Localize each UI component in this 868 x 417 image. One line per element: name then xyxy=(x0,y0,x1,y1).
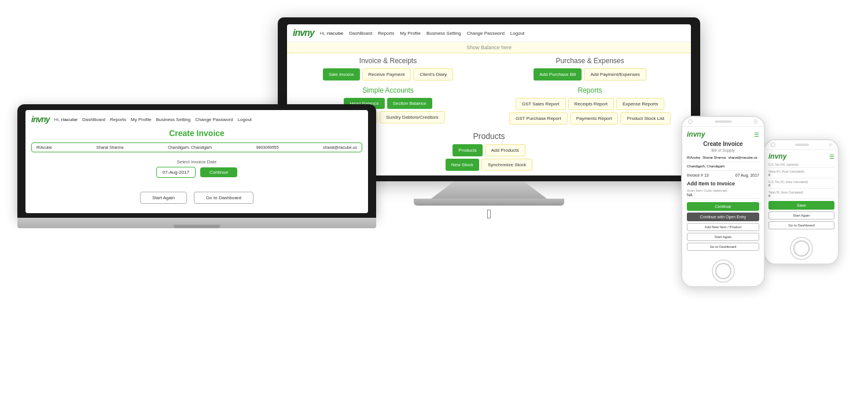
phone-client-name: RIAcube xyxy=(687,156,700,159)
nav-logout[interactable]: Logout xyxy=(510,31,524,36)
laptop-footer-buttons: Start Again Go to Dashboard xyxy=(31,192,362,204)
clients-diary-btn[interactable]: Client's Diary xyxy=(413,68,453,81)
phone-client-email: sharat@riacube.us xyxy=(728,156,757,159)
laptop-nav-change-password[interactable]: Change Password xyxy=(195,117,233,122)
nav-change-password[interactable]: Change Password xyxy=(466,31,504,36)
phone-go-dashboard-btn[interactable]: Go to Dashboard xyxy=(687,243,759,251)
client-name: RIAcube xyxy=(36,145,52,149)
phone-left-nav: invny ☰ xyxy=(687,130,759,138)
invoice-label: Invoice xyxy=(197,129,225,138)
phone-home-button[interactable] xyxy=(712,259,735,283)
phone-right-field-2: G.S. Tax (₹): (Auto Calculated) 0 xyxy=(768,180,834,189)
phone-right-hamburger[interactable]: ☰ xyxy=(829,153,834,160)
reports-btn-row-1: GST Sales Report Receipts Report Expense… xyxy=(495,98,685,110)
expense-reports-btn[interactable]: Expense Reports xyxy=(616,98,664,110)
phone-client-row: RIAcube Sharat Sharma sharat@riacube.us xyxy=(687,156,759,162)
laptop-nav-business-setting[interactable]: Business Setting xyxy=(156,117,191,122)
purchase-expenses-section: Purchase & Expenses Add Purchase Bill Ad… xyxy=(495,57,685,83)
reports-title: Reports xyxy=(495,86,685,94)
laptop-greeting: Hi, riacube xyxy=(54,117,78,122)
sale-invoice-btn[interactable]: Sale Invoice xyxy=(323,68,360,81)
phone-continue-btn[interactable]: Continue xyxy=(687,202,759,211)
client-location: Chandigarh, Chandigarh xyxy=(168,145,212,149)
continue-button[interactable]: Continue xyxy=(200,167,237,177)
phone-add-new-btn[interactable]: Add New Item / Product xyxy=(687,223,759,231)
invoice-receipts-title: Invoice & Receipts xyxy=(293,57,483,65)
nav-business-setting[interactable]: Business Setting xyxy=(426,31,461,36)
add-products-btn[interactable]: Add Products xyxy=(485,144,525,156)
desktop-greeting: Hi, riacube xyxy=(320,31,343,36)
phone-right-field-1: Value (₹): (Auto Calculated) 0 xyxy=(768,170,834,178)
product-stock-list-btn[interactable]: Product Stock List xyxy=(620,112,670,125)
phone-add-item-title: Add Item to Invoice xyxy=(687,181,759,186)
nav-dashboard[interactable]: DashBoard xyxy=(349,31,372,36)
phone-right-outer: invny ☰ G.S. Tax (%): (optional) Value (… xyxy=(764,139,839,265)
phone-invoice-date: 07 Aug. 2017 xyxy=(735,173,759,177)
date-input-row: 07-Aug-2017 Continue xyxy=(31,167,362,178)
phone-right: invny ☰ G.S. Tax (%): (optional) Value (… xyxy=(764,139,839,265)
laptop-nav-reports[interactable]: Reports xyxy=(110,117,126,122)
phone-sensor xyxy=(753,119,758,124)
desktop-main-sections: Invoice & Receipts Sale Invoice Receive … xyxy=(287,53,691,86)
synchronize-stock-btn[interactable]: Synchronize Stock xyxy=(481,159,532,171)
client-phone: 9803069555 xyxy=(256,145,279,149)
add-purchase-bill-btn[interactable]: Add Purchase Bill xyxy=(534,68,582,81)
phone-right-sensor xyxy=(829,143,832,147)
phone-right-value-2[interactable]: 0 xyxy=(768,184,834,187)
laptop-nav-dashboard[interactable]: DashBoard xyxy=(82,117,105,122)
date-input[interactable]: 07-Aug-2017 xyxy=(156,167,196,178)
phone-right-speaker xyxy=(795,144,809,146)
invoice-date-section: Select Invoice Date 07-Aug-2017 Continue xyxy=(31,159,362,178)
phone-scan-label: Scan Item Code (optional) xyxy=(687,189,759,192)
payments-report-btn[interactable]: Payments Report xyxy=(570,112,619,125)
products-btn[interactable]: Products xyxy=(453,144,483,156)
simple-accounts-title: Simple Accounts xyxy=(293,86,483,94)
phone-start-again-btn[interactable]: Start Again xyxy=(687,233,759,241)
phone-client-location-row: Chandigarh, Chandigarh xyxy=(687,164,759,171)
start-again-button[interactable]: Start Again xyxy=(140,192,187,204)
new-stock-btn[interactable]: New Stock xyxy=(446,159,479,171)
nav-reports[interactable]: Reports xyxy=(378,31,394,36)
phone-camera xyxy=(688,119,693,124)
phone-top-bar xyxy=(682,117,764,127)
client-contact: Sharat Sharma xyxy=(96,145,123,149)
gst-sales-report-btn[interactable]: GST Sales Report xyxy=(516,98,566,110)
phone-right-home-inner xyxy=(793,240,810,257)
phone-right-value-1[interactable]: 0 xyxy=(768,173,834,177)
phone-left-outer: invny ☰ Create Invoice Bill of Supply RI… xyxy=(681,116,765,287)
laptop-nav: invny Hi, riacube DashBoard Reports My P… xyxy=(31,115,362,124)
add-payment-expenses-btn[interactable]: Add Payment/Expenses xyxy=(584,68,646,81)
sundry-debtors-btn[interactable]: Sundry Debtors/Creditors xyxy=(380,111,444,123)
laptop-base xyxy=(17,218,376,228)
phone-right-go-dashboard-btn[interactable]: Go to Dashboard xyxy=(768,221,834,229)
desktop-nav: invny Hi, riacube DashBoard Reports My P… xyxy=(287,24,691,42)
reports-section: Reports GST Sales Report Receipts Report… xyxy=(495,86,685,127)
phone-right-label-0: G.S. Tax (%): (optional) xyxy=(768,163,834,166)
gst-purchase-report-btn[interactable]: GST Purchase Report xyxy=(509,112,568,125)
hamburger-icon[interactable]: ☰ xyxy=(754,131,759,138)
receive-payment-btn[interactable]: Receive Payment xyxy=(362,68,411,81)
client-email: sharat@riacube.us xyxy=(323,145,357,149)
phone-continue-open-btn[interactable]: Continue with Open Entry xyxy=(687,213,759,221)
phone-speaker xyxy=(715,120,732,123)
phone-right-save-btn[interactable]: Save xyxy=(768,201,834,210)
invoice-btn-row-1: Sale Invoice Receive Payment Client's Di… xyxy=(293,68,483,81)
phone-right-home-button[interactable] xyxy=(790,237,813,260)
nav-my-profile[interactable]: My Profile xyxy=(400,31,421,36)
section-balance-btn[interactable]: Section Balance xyxy=(387,98,432,109)
phone-right-field-0: G.S. Tax (%): (optional) xyxy=(768,163,834,168)
phone-right-value-3[interactable]: 0 xyxy=(768,194,834,197)
phone-left-subtitle: Bill of Supply xyxy=(687,148,759,152)
client-info-row: RIAcube Sharat Sharma Chandigarh, Chandi… xyxy=(31,142,362,152)
laptop-logo: invny xyxy=(31,115,50,124)
receipts-report-btn[interactable]: Receipts Report xyxy=(568,98,614,110)
go-to-dashboard-button[interactable]: Go to Dashboard xyxy=(194,192,253,204)
phone-home-inner xyxy=(715,263,731,279)
phone-right-start-again-btn[interactable]: Start Again xyxy=(768,211,834,220)
phone-scan-value[interactable]: NA xyxy=(687,193,759,199)
laptop-nav-my-profile[interactable]: My Profile xyxy=(131,117,152,122)
date-label: Select Invoice Date xyxy=(31,159,362,164)
desktop-logo: invny xyxy=(293,28,314,38)
phone-client-location: Chandigarh, Chandigarh xyxy=(687,164,724,168)
laptop-nav-logout[interactable]: Logout xyxy=(238,117,252,122)
